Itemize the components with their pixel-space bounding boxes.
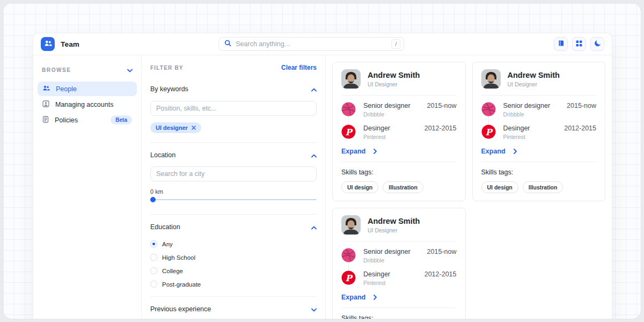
chevron-down-icon <box>311 304 317 314</box>
browse-label: BROWSE <box>42 67 71 73</box>
dark-mode-button[interactable] <box>590 37 604 51</box>
sidebar-item-people[interactable]: People <box>38 82 137 96</box>
slider-track[interactable] <box>150 199 317 200</box>
radio-option-college[interactable]: College <box>150 266 317 276</box>
keyword-tags: UI designer <box>150 122 317 133</box>
chevron-up-icon <box>311 84 317 94</box>
grid-icon <box>576 39 582 49</box>
browse-section-header[interactable]: BROWSE <box>38 65 137 75</box>
previous-experience-section-header[interactable]: Previous experience <box>150 304 317 314</box>
chevron-up-icon <box>311 150 317 160</box>
pinterest-logo: P <box>341 270 356 285</box>
divider <box>341 95 457 96</box>
search-icon <box>224 39 231 49</box>
app-window: Team / <box>33 33 612 319</box>
chevron-right-icon <box>374 295 377 300</box>
app-logo <box>41 37 55 51</box>
sidebar-item-label: People <box>56 85 77 93</box>
divider <box>341 308 457 308</box>
chevron-up-icon <box>311 222 317 232</box>
beta-badge: Beta <box>111 115 132 125</box>
skills-label: Skills tags: <box>481 169 597 176</box>
skills-label: Skills tags: <box>341 169 457 176</box>
radio-option-high-school[interactable]: High School <box>150 252 317 262</box>
radio-button[interactable] <box>150 267 157 274</box>
skill-chip[interactable]: Illustration <box>383 181 423 193</box>
radio-button[interactable] <box>150 254 157 261</box>
distance-value-label: 0 km <box>150 188 317 195</box>
expand-button[interactable]: Expand <box>481 148 597 155</box>
experience-row: P Desinger Pinterest 2012-2015 <box>481 125 597 140</box>
skill-chip[interactable]: Illustration <box>523 181 564 193</box>
sidebar-item-label: Policies <box>55 116 78 124</box>
slider-thumb[interactable] <box>150 197 156 202</box>
expand-button[interactable]: Expand <box>341 148 457 155</box>
experience-timeline: Senior designer Dribbble 2015-now P <box>481 102 597 140</box>
clear-filters-button[interactable]: Clear filters <box>281 64 317 71</box>
education-options: Any High School College Post-graduate <box>150 239 317 289</box>
person-name: Andrew Smith <box>508 71 560 79</box>
avatar <box>341 215 361 235</box>
location-section-header[interactable]: Location <box>150 150 317 160</box>
keywords-title: By keywords <box>150 85 188 93</box>
header-actions <box>554 37 604 51</box>
pinterest-logo: P <box>341 125 356 139</box>
expand-button[interactable]: Expand <box>341 294 457 301</box>
experience-row: P Desinger Pinterest 2012-2015 <box>341 125 457 140</box>
keywords-input[interactable] <box>150 101 317 116</box>
experience-company: Dribbble <box>503 111 551 118</box>
person-card: Andrew Smith UI Designer <box>332 62 466 201</box>
search-input[interactable] <box>236 40 391 48</box>
experience-row: P Desinger Pinterest 2012-2015 <box>341 270 457 286</box>
grid-button[interactable] <box>572 37 586 51</box>
distance-slider[interactable] <box>150 197 317 202</box>
skill-chip[interactable]: UI design <box>481 181 518 193</box>
experience-row: Senior designer Dribbble 2015-now <box>341 248 457 264</box>
skill-chips: UI design Illustration <box>341 181 457 193</box>
people-icon <box>42 85 50 93</box>
education-section-header[interactable]: Education <box>150 222 317 232</box>
radio-option-any[interactable]: Any <box>150 239 317 249</box>
expand-label: Expand <box>341 294 365 301</box>
radio-label: Post-graduate <box>162 281 201 288</box>
expand-label: Expand <box>341 148 365 155</box>
skill-chip[interactable]: UI design <box>341 181 378 193</box>
person-role: UI Designer <box>368 81 420 87</box>
radio-label: High School <box>162 254 195 261</box>
experience-title: Desinger <box>503 125 530 132</box>
people-icon <box>44 39 52 49</box>
radio-button[interactable] <box>150 281 157 288</box>
book-button[interactable] <box>554 37 568 51</box>
experience-period: 2012-2015 <box>425 270 457 278</box>
experience-company: Pinterest <box>363 280 390 286</box>
sidebar-item-policies[interactable]: Policies Beta <box>38 113 137 127</box>
sidebar: BROWSE People <box>33 55 142 319</box>
chevron-down-icon <box>127 65 133 75</box>
experience-title: Senior designer <box>363 248 411 255</box>
close-icon[interactable] <box>192 125 196 131</box>
empty-slot <box>472 208 606 319</box>
filter-panel: FILTER BY Clear filters By keywords UI d… <box>142 55 326 319</box>
person-card: Andrew Smith UI Designer <box>332 208 466 319</box>
experience-title: Desinger <box>363 270 390 278</box>
divider <box>481 162 597 162</box>
experience-title: Desinger <box>363 125 390 132</box>
dribbble-logo <box>481 102 496 116</box>
document-icon <box>42 116 49 125</box>
experience-period: 2012-2015 <box>564 125 596 132</box>
experience-period: 2015-now <box>427 102 457 109</box>
radio-button[interactable] <box>150 240 157 247</box>
person-name: Andrew Smith <box>368 217 420 225</box>
divider <box>150 142 317 143</box>
radio-option-post-graduate[interactable]: Post-graduate <box>150 279 317 289</box>
dribbble-logo <box>341 102 356 116</box>
experience-timeline: Senior designer Dribbble 2015-now P <box>341 102 457 140</box>
skills-label: Skills tags: <box>341 314 457 319</box>
keywords-section-header[interactable]: By keywords <box>150 84 317 94</box>
sidebar-item-managing-accounts[interactable]: Managing accounts <box>38 97 137 112</box>
city-search-input[interactable] <box>150 166 317 181</box>
global-search[interactable]: / <box>218 37 404 51</box>
divider <box>481 95 597 96</box>
keyword-tag[interactable]: UI designer <box>150 122 201 133</box>
person-role: UI Designer <box>368 227 420 233</box>
